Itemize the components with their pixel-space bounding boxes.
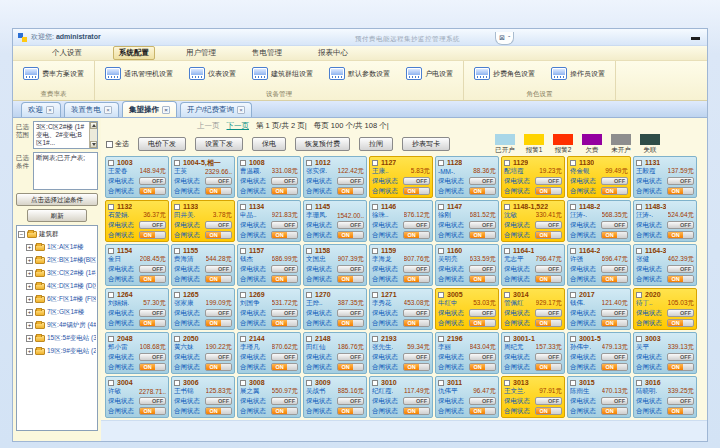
card-checkbox[interactable] (108, 292, 114, 298)
switch-state-toggle[interactable]: ON (403, 275, 430, 283)
power-keep-toggle[interactable]: OFF (337, 309, 364, 317)
switch-state-toggle[interactable]: ON (139, 363, 166, 371)
power-keep-toggle[interactable]: OFF (535, 397, 562, 405)
power-keep-toggle[interactable]: OFF (139, 353, 166, 361)
fullscreen-icon[interactable]: ⊠ (499, 34, 505, 42)
switch-state-toggle[interactable]: ON (337, 187, 364, 195)
power-keep-toggle[interactable]: OFF (205, 353, 232, 361)
card-checkbox[interactable] (240, 160, 246, 166)
toolbar-button-2[interactable]: 保电 (252, 137, 286, 151)
power-keep-toggle[interactable]: OFF (403, 221, 430, 229)
power-keep-toggle[interactable]: OFF (205, 177, 232, 185)
next-page-link[interactable]: 下一页 (227, 121, 250, 131)
card-checkbox[interactable] (438, 380, 444, 386)
card-checkbox[interactable] (174, 248, 180, 254)
switch-state-toggle[interactable]: ON (667, 319, 694, 327)
power-keep-toggle[interactable]: OFF (469, 177, 496, 185)
power-keep-toggle[interactable]: OFF (139, 397, 166, 405)
tree-item-2[interactable]: +3区:C区2#楼 (1#变... (18, 267, 96, 280)
power-keep-toggle[interactable]: OFF (337, 353, 364, 361)
card-checkbox[interactable] (306, 248, 312, 254)
card-checkbox[interactable] (240, 204, 246, 210)
scroll-down-icon[interactable] (90, 141, 97, 148)
card-checkbox[interactable] (504, 160, 510, 166)
menu-item-1[interactable]: 系统配置 (113, 46, 155, 60)
toolbar-button-4[interactable]: 拉闸 (359, 137, 393, 151)
tree-item-4[interactable]: +6区:F区1#楼 (F区1... (18, 293, 96, 306)
switch-state-toggle[interactable]: ON (337, 319, 364, 327)
switch-state-toggle[interactable]: ON (601, 187, 628, 195)
switch-state-toggle[interactable]: ON (205, 275, 232, 283)
tree-item-1[interactable]: +2区:B区1#楼(B区1#... (18, 254, 96, 267)
expand-icon[interactable]: + (26, 296, 33, 303)
switch-state-toggle[interactable]: ON (535, 275, 562, 283)
card-checkbox[interactable] (504, 248, 510, 254)
switch-state-toggle[interactable]: ON (139, 319, 166, 327)
expand-icon[interactable]: + (26, 348, 33, 355)
card-checkbox[interactable] (570, 292, 576, 298)
switch-state-toggle[interactable]: ON (469, 275, 496, 283)
power-keep-toggle[interactable]: OFF (271, 309, 298, 317)
card-checkbox[interactable] (636, 248, 642, 254)
power-keep-toggle[interactable]: OFF (205, 309, 232, 317)
selected-range-box[interactable]: 3区:C区2#楼 (1#变电、2#变电;B区1#... (33, 121, 98, 149)
tree-item-8[interactable]: +19区:9#变电站 (2#... (18, 345, 96, 358)
power-keep-toggle[interactable]: OFF (601, 309, 628, 317)
switch-state-toggle[interactable]: ON (205, 187, 232, 195)
toolbar-button-3[interactable]: 恢复预付费 (295, 137, 350, 151)
tab-close-icon[interactable]: × (46, 106, 54, 114)
switch-state-toggle[interactable]: ON (667, 407, 694, 415)
switch-state-toggle[interactable]: ON (337, 231, 364, 239)
power-keep-toggle[interactable]: OFF (139, 265, 166, 273)
power-keep-toggle[interactable]: OFF (469, 265, 496, 273)
tree-item-6[interactable]: +9区:4#锅炉房 (4#锅... (18, 319, 96, 332)
power-keep-toggle[interactable]: OFF (601, 221, 628, 229)
card-checkbox[interactable] (504, 380, 510, 386)
power-keep-toggle[interactable]: OFF (601, 177, 628, 185)
tree-item-0[interactable]: +1区:A区1#楼 (18, 241, 96, 254)
switch-state-toggle[interactable]: ON (535, 231, 562, 239)
power-keep-toggle[interactable]: OFF (403, 265, 430, 273)
power-keep-toggle[interactable]: OFF (205, 397, 232, 405)
card-checkbox[interactable] (372, 380, 378, 386)
menu-item-0[interactable]: 个人设置 (47, 47, 87, 59)
switch-state-toggle[interactable]: ON (337, 407, 364, 415)
switch-state-toggle[interactable]: ON (667, 231, 694, 239)
switch-state-toggle[interactable]: ON (535, 187, 562, 195)
card-checkbox[interactable] (438, 160, 444, 166)
ribbon-button-2-1[interactable]: 操作员设置 (549, 65, 607, 82)
power-keep-toggle[interactable]: OFF (469, 221, 496, 229)
switch-state-toggle[interactable]: ON (667, 275, 694, 283)
card-checkbox[interactable] (240, 380, 246, 386)
switch-state-toggle[interactable]: ON (205, 231, 232, 239)
card-checkbox[interactable] (174, 160, 180, 166)
switch-state-toggle[interactable]: ON (601, 275, 628, 283)
power-keep-toggle[interactable]: OFF (667, 221, 694, 229)
power-keep-toggle[interactable]: OFF (337, 265, 364, 273)
switch-state-toggle[interactable]: ON (667, 187, 694, 195)
expand-icon[interactable]: + (26, 335, 33, 342)
power-keep-toggle[interactable]: OFF (403, 309, 430, 317)
card-checkbox[interactable] (504, 292, 510, 298)
card-checkbox[interactable] (372, 292, 378, 298)
power-keep-toggle[interactable]: OFF (667, 177, 694, 185)
switch-state-toggle[interactable]: ON (205, 319, 232, 327)
choose-filter-button[interactable]: 点击选择过滤条件 (16, 193, 98, 206)
switch-state-toggle[interactable]: ON (403, 187, 430, 195)
switch-state-toggle[interactable]: ON (139, 275, 166, 283)
chevron-down-icon[interactable]: ˇ (508, 35, 510, 42)
power-keep-toggle[interactable]: OFF (337, 177, 364, 185)
tree-item-5[interactable]: +7区:G区1#楼 (18, 306, 96, 319)
power-keep-toggle[interactable]: OFF (601, 397, 628, 405)
switch-state-toggle[interactable]: ON (271, 231, 298, 239)
switch-state-toggle[interactable]: ON (403, 231, 430, 239)
card-checkbox[interactable] (372, 204, 378, 210)
card-checkbox[interactable] (570, 204, 576, 210)
scrollbar[interactable] (89, 122, 97, 148)
switch-state-toggle[interactable]: ON (535, 363, 562, 371)
card-checkbox[interactable] (636, 336, 642, 342)
switch-state-toggle[interactable]: ON (601, 407, 628, 415)
expand-icon[interactable]: + (26, 244, 33, 251)
tab-close-icon[interactable]: × (237, 106, 245, 114)
card-checkbox[interactable] (372, 248, 378, 254)
